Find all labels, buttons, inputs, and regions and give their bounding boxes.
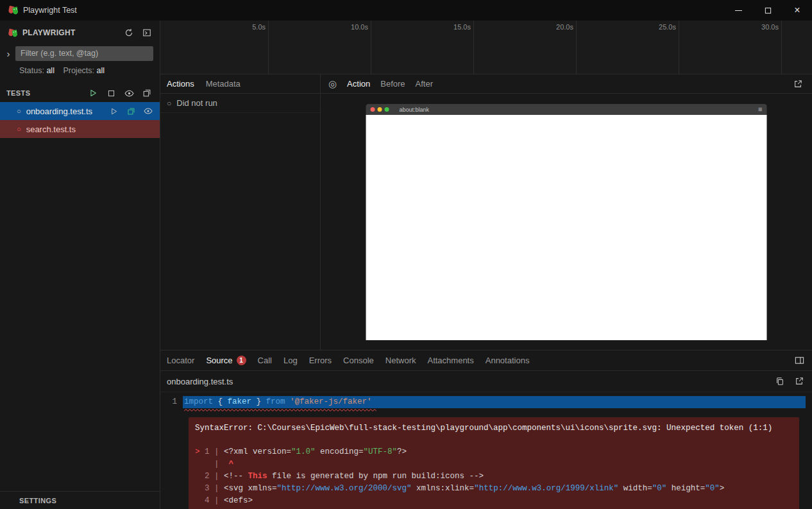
filter-status-row: Status: all Projects: all (0, 62, 160, 80)
tab-label: Log (283, 356, 298, 365)
status-label: Status: (19, 66, 44, 75)
app-body: PLAYWRIGHT › Status: all Projects: all T… (0, 21, 812, 509)
title-bar: Playwright Test × (0, 0, 812, 21)
timeline-segment[interactable]: 5.0s (160, 21, 269, 74)
actions-panel: ActionsMetadata ○ Did not run (160, 74, 321, 350)
open-in-editor-icon[interactable] (793, 375, 806, 387)
stop-icon[interactable] (105, 87, 117, 99)
tab-label: Call (258, 356, 272, 365)
watch-test-eye-icon[interactable] (142, 105, 155, 117)
tab-log[interactable]: Log (283, 356, 298, 365)
tab-label: Metadata (206, 79, 241, 89)
tab-annotations[interactable]: Annotations (486, 356, 530, 365)
error-squiggle-underline (184, 409, 376, 412)
source-file-name: onboarding.test.ts (167, 377, 767, 386)
timeline-tick-label: 30.0s (761, 23, 779, 31)
timeline-segment[interactable]: 20.0s (474, 21, 577, 74)
status-circle-icon: ○ (167, 99, 171, 108)
tab-call[interactable]: Call (258, 356, 272, 365)
error-code-frame: > 1 | <?xml version="1.0" encoding="UTF-… (195, 446, 793, 507)
projects-value[interactable]: all (97, 66, 105, 75)
timeline-segment[interactable] (782, 21, 812, 74)
filter-input[interactable] (15, 46, 153, 61)
error-frame-line: 4 | <defs> (195, 495, 793, 507)
tab-locator[interactable]: Locator (167, 356, 194, 365)
error-frame-line: | ^ (195, 458, 793, 470)
tab-attachments[interactable]: Attachments (427, 356, 473, 365)
line-number: 1 (160, 396, 177, 408)
hamburger-menu-icon: ≡ (758, 106, 762, 113)
minimize-button[interactable] (723, 0, 753, 21)
window-title: Playwright Test (23, 6, 77, 15)
run-all-icon[interactable] (87, 87, 99, 99)
open-snapshot-external-icon[interactable] (791, 78, 804, 90)
maximize-button[interactable] (753, 0, 782, 21)
timeline[interactable]: 5.0s10.0s15.0s20.0s25.0s30.0s (160, 21, 812, 74)
tab-after[interactable]: After (416, 79, 433, 89)
source-view: 1 import { faker } from '@faker-js/faker… (160, 392, 812, 509)
watch-all-eye-icon[interactable] (123, 87, 135, 99)
tab-label: Annotations (486, 356, 530, 365)
tab-source[interactable]: Source1 (206, 356, 246, 365)
test-row-onboarding.test.ts[interactable]: ○onboarding.test.ts (0, 102, 160, 120)
pick-locator-icon[interactable]: ◎ (328, 78, 337, 90)
test-row-search.test.ts[interactable]: ○search.test.ts (0, 120, 160, 138)
timeline-tick-label: 5.0s (252, 23, 266, 31)
playwright-logo-icon (6, 4, 18, 16)
source-file-header: onboarding.test.ts (160, 371, 812, 392)
timeline-segment[interactable]: 10.0s (269, 21, 371, 74)
collapse-all-icon[interactable] (140, 87, 153, 99)
status-value[interactable]: all (46, 66, 55, 75)
source-line-1: 1 import { faker } from '@faker-js/faker… (160, 396, 806, 408)
run-test-icon[interactable] (107, 105, 120, 117)
minimize-icon (735, 10, 742, 11)
tab-label: Action (347, 79, 370, 89)
timeline-segment[interactable]: 25.0s (577, 21, 679, 74)
sidebar: PLAYWRIGHT › Status: all Projects: all T… (0, 21, 160, 509)
tests-section-header: TESTS (0, 84, 160, 102)
chevron-right-icon[interactable]: › (5, 48, 12, 59)
tab-metadata[interactable]: Metadata (206, 79, 241, 89)
window-controls: × (723, 0, 812, 21)
tab-actions[interactable]: Actions (167, 79, 194, 89)
trace-panel: ◎ ActionBeforeAfter about:blank (321, 74, 812, 350)
copy-icon[interactable] (774, 375, 786, 387)
tab-label: After (416, 79, 433, 89)
settings-title: SETTINGS (19, 497, 56, 505)
source-error-badge: 1 (237, 356, 246, 365)
test-name: onboarding.test.ts (26, 107, 102, 116)
test-list: ○onboarding.test.ts○search.test.ts (0, 102, 160, 138)
bottom-tabs: LocatorSource1CallLogErrorsConsoleNetwor… (167, 356, 529, 365)
timeline-tick-label: 15.0s (453, 23, 471, 31)
test-name: search.test.ts (26, 125, 155, 134)
bottom-tab-bar: LocatorSource1CallLogErrorsConsoleNetwor… (160, 350, 812, 371)
error-frame-line: 2 | <!-- This file is generated by npm r… (195, 470, 793, 483)
tab-before[interactable]: Before (380, 79, 405, 89)
show-source-icon[interactable] (124, 105, 137, 117)
sidebar-empty-space (0, 138, 160, 491)
sidebar-section-title: PLAYWRIGHT (22, 28, 117, 37)
test-status-icon: ○ (17, 108, 21, 115)
tab-network[interactable]: Network (385, 356, 416, 365)
traffic-light-red-icon (371, 107, 375, 112)
reload-tests-icon[interactable] (123, 27, 135, 39)
main-area: 5.0s10.0s15.0s20.0s25.0s30.0s ActionsMet… (160, 21, 812, 509)
tab-label: Errors (309, 356, 332, 365)
timeline-segment[interactable]: 30.0s (679, 21, 782, 74)
tab-action[interactable]: Action (347, 79, 370, 89)
settings-section-header[interactable]: SETTINGS (0, 491, 160, 509)
test-row-actions (107, 105, 155, 117)
playwright-logo-icon (6, 28, 17, 39)
traffic-light-green-icon (385, 107, 389, 112)
split-view-icon[interactable] (793, 355, 806, 367)
tab-errors[interactable]: Errors (309, 356, 332, 365)
snapshot-url: about:blank (400, 107, 756, 113)
trace-tab-bar: ◎ ActionBeforeAfter (321, 74, 812, 94)
timeline-segment[interactable]: 15.0s (371, 21, 474, 74)
snapshot-page[interactable] (366, 115, 767, 340)
snapshot-browser-window: about:blank ≡ (366, 104, 767, 340)
close-button[interactable]: × (782, 0, 812, 21)
toggle-output-icon[interactable] (140, 27, 153, 39)
tab-label: Actions (167, 79, 194, 89)
tab-console[interactable]: Console (343, 356, 374, 365)
